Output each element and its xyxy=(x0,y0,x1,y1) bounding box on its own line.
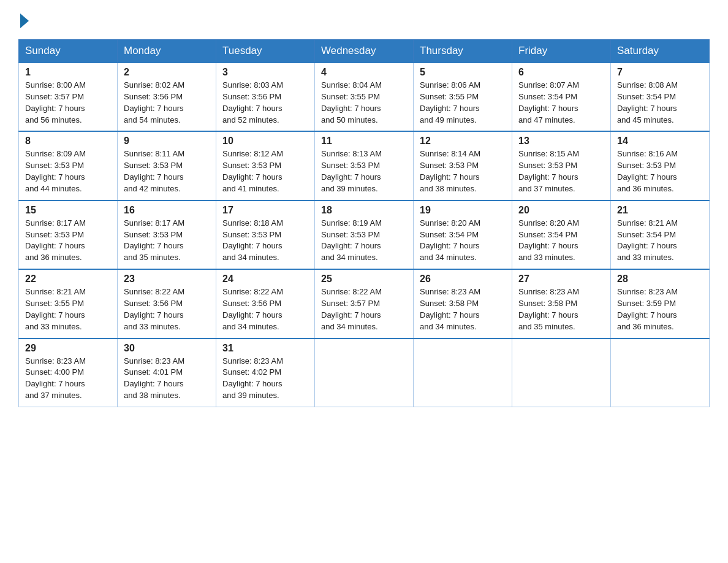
day-number: 6 xyxy=(518,67,604,78)
day-info: Sunrise: 8:22 AMSunset: 3:57 PMDaylight:… xyxy=(321,286,407,332)
day-info: Sunrise: 8:04 AMSunset: 3:55 PMDaylight:… xyxy=(321,80,407,126)
day-number: 20 xyxy=(518,205,604,216)
calendar-cell: 30 Sunrise: 8:23 AMSunset: 4:01 PMDaylig… xyxy=(118,339,216,407)
day-info: Sunrise: 8:23 AMSunset: 4:01 PMDaylight:… xyxy=(124,356,210,402)
calendar-cell: 14 Sunrise: 8:16 AMSunset: 3:53 PMDaylig… xyxy=(611,131,710,200)
day-info: Sunrise: 8:23 AMSunset: 3:59 PMDaylight:… xyxy=(617,286,703,332)
day-number: 31 xyxy=(222,343,308,354)
weekday-header-wednesday: Wednesday xyxy=(315,40,414,63)
day-info: Sunrise: 8:11 AMSunset: 3:53 PMDaylight:… xyxy=(124,148,210,194)
day-info: Sunrise: 8:21 AMSunset: 3:54 PMDaylight:… xyxy=(617,218,703,264)
day-number: 9 xyxy=(124,136,210,147)
calendar-week-row: 29 Sunrise: 8:23 AMSunset: 4:00 PMDaylig… xyxy=(19,339,710,407)
calendar-cell: 2 Sunrise: 8:02 AMSunset: 3:56 PMDayligh… xyxy=(118,63,216,131)
day-number: 22 xyxy=(25,274,111,285)
day-number: 26 xyxy=(420,274,506,285)
calendar-cell xyxy=(512,339,611,407)
calendar-cell: 29 Sunrise: 8:23 AMSunset: 4:00 PMDaylig… xyxy=(19,339,118,407)
logo xyxy=(18,12,29,28)
day-info: Sunrise: 8:02 AMSunset: 3:56 PMDaylight:… xyxy=(124,80,210,126)
calendar-cell: 4 Sunrise: 8:04 AMSunset: 3:55 PMDayligh… xyxy=(315,63,414,131)
weekday-header-thursday: Thursday xyxy=(414,40,512,63)
day-info: Sunrise: 8:23 AMSunset: 4:02 PMDaylight:… xyxy=(222,356,308,402)
day-info: Sunrise: 8:20 AMSunset: 3:54 PMDaylight:… xyxy=(420,218,506,264)
day-number: 23 xyxy=(124,274,210,285)
day-info: Sunrise: 8:08 AMSunset: 3:54 PMDaylight:… xyxy=(617,80,703,126)
weekday-header-tuesday: Tuesday xyxy=(216,40,315,63)
day-info: Sunrise: 8:00 AMSunset: 3:57 PMDaylight:… xyxy=(25,80,111,126)
calendar-cell: 19 Sunrise: 8:20 AMSunset: 3:54 PMDaylig… xyxy=(414,201,512,269)
day-info: Sunrise: 8:12 AMSunset: 3:53 PMDaylight:… xyxy=(222,148,308,194)
calendar-cell: 18 Sunrise: 8:19 AMSunset: 3:53 PMDaylig… xyxy=(315,201,414,269)
calendar-cell: 23 Sunrise: 8:22 AMSunset: 3:56 PMDaylig… xyxy=(118,269,216,338)
day-number: 29 xyxy=(25,343,111,354)
day-number: 17 xyxy=(222,205,308,216)
calendar-table: SundayMondayTuesdayWednesdayThursdayFrid… xyxy=(18,39,710,407)
day-info: Sunrise: 8:15 AMSunset: 3:53 PMDaylight:… xyxy=(518,148,604,194)
calendar-cell: 13 Sunrise: 8:15 AMSunset: 3:53 PMDaylig… xyxy=(512,131,611,200)
day-number: 27 xyxy=(518,274,604,285)
day-info: Sunrise: 8:17 AMSunset: 3:53 PMDaylight:… xyxy=(124,218,210,264)
calendar-cell: 11 Sunrise: 8:13 AMSunset: 3:53 PMDaylig… xyxy=(315,131,414,200)
page-header xyxy=(18,12,710,28)
weekday-header-sunday: Sunday xyxy=(19,40,118,63)
calendar-cell: 22 Sunrise: 8:21 AMSunset: 3:55 PMDaylig… xyxy=(19,269,118,338)
day-info: Sunrise: 8:20 AMSunset: 3:54 PMDaylight:… xyxy=(518,218,604,264)
day-info: Sunrise: 8:23 AMSunset: 3:58 PMDaylight:… xyxy=(420,286,506,332)
weekday-header-saturday: Saturday xyxy=(611,40,710,63)
day-number: 25 xyxy=(321,274,407,285)
calendar-cell: 7 Sunrise: 8:08 AMSunset: 3:54 PMDayligh… xyxy=(611,63,710,131)
day-info: Sunrise: 8:19 AMSunset: 3:53 PMDaylight:… xyxy=(321,218,407,264)
calendar-cell: 16 Sunrise: 8:17 AMSunset: 3:53 PMDaylig… xyxy=(118,201,216,269)
calendar-cell xyxy=(315,339,414,407)
day-info: Sunrise: 8:23 AMSunset: 3:58 PMDaylight:… xyxy=(518,286,604,332)
day-number: 30 xyxy=(124,343,210,354)
day-number: 8 xyxy=(25,136,111,147)
day-number: 4 xyxy=(321,67,407,78)
day-number: 28 xyxy=(617,274,703,285)
calendar-cell: 21 Sunrise: 8:21 AMSunset: 3:54 PMDaylig… xyxy=(611,201,710,269)
calendar-cell: 6 Sunrise: 8:07 AMSunset: 3:54 PMDayligh… xyxy=(512,63,611,131)
day-number: 11 xyxy=(321,136,407,147)
logo-arrow-icon xyxy=(20,13,29,28)
calendar-week-row: 22 Sunrise: 8:21 AMSunset: 3:55 PMDaylig… xyxy=(19,269,710,338)
calendar-cell: 20 Sunrise: 8:20 AMSunset: 3:54 PMDaylig… xyxy=(512,201,611,269)
calendar-cell xyxy=(611,339,710,407)
calendar-cell: 8 Sunrise: 8:09 AMSunset: 3:53 PMDayligh… xyxy=(19,131,118,200)
day-info: Sunrise: 8:03 AMSunset: 3:56 PMDaylight:… xyxy=(222,80,308,126)
calendar-week-row: 15 Sunrise: 8:17 AMSunset: 3:53 PMDaylig… xyxy=(19,201,710,269)
day-number: 3 xyxy=(222,67,308,78)
calendar-cell: 17 Sunrise: 8:18 AMSunset: 3:53 PMDaylig… xyxy=(216,201,315,269)
day-info: Sunrise: 8:22 AMSunset: 3:56 PMDaylight:… xyxy=(124,286,210,332)
calendar-cell: 31 Sunrise: 8:23 AMSunset: 4:02 PMDaylig… xyxy=(216,339,315,407)
day-number: 12 xyxy=(420,136,506,147)
day-number: 5 xyxy=(420,67,506,78)
day-number: 7 xyxy=(617,67,703,78)
day-info: Sunrise: 8:21 AMSunset: 3:55 PMDaylight:… xyxy=(25,286,111,332)
day-info: Sunrise: 8:07 AMSunset: 3:54 PMDaylight:… xyxy=(518,80,604,126)
day-number: 10 xyxy=(222,136,308,147)
weekday-header-monday: Monday xyxy=(118,40,216,63)
calendar-cell: 12 Sunrise: 8:14 AMSunset: 3:53 PMDaylig… xyxy=(414,131,512,200)
day-info: Sunrise: 8:13 AMSunset: 3:53 PMDaylight:… xyxy=(321,148,407,194)
calendar-cell: 1 Sunrise: 8:00 AMSunset: 3:57 PMDayligh… xyxy=(19,63,118,131)
calendar-cell: 15 Sunrise: 8:17 AMSunset: 3:53 PMDaylig… xyxy=(19,201,118,269)
day-number: 18 xyxy=(321,205,407,216)
day-number: 14 xyxy=(617,136,703,147)
calendar-cell: 24 Sunrise: 8:22 AMSunset: 3:56 PMDaylig… xyxy=(216,269,315,338)
calendar-header-row: SundayMondayTuesdayWednesdayThursdayFrid… xyxy=(19,40,710,63)
day-info: Sunrise: 8:17 AMSunset: 3:53 PMDaylight:… xyxy=(25,218,111,264)
calendar-cell xyxy=(414,339,512,407)
day-number: 15 xyxy=(25,205,111,216)
day-info: Sunrise: 8:09 AMSunset: 3:53 PMDaylight:… xyxy=(25,148,111,194)
day-number: 2 xyxy=(124,67,210,78)
day-info: Sunrise: 8:18 AMSunset: 3:53 PMDaylight:… xyxy=(222,218,308,264)
calendar-cell: 26 Sunrise: 8:23 AMSunset: 3:58 PMDaylig… xyxy=(414,269,512,338)
calendar-cell: 25 Sunrise: 8:22 AMSunset: 3:57 PMDaylig… xyxy=(315,269,414,338)
day-number: 21 xyxy=(617,205,703,216)
day-number: 24 xyxy=(222,274,308,285)
calendar-cell: 10 Sunrise: 8:12 AMSunset: 3:53 PMDaylig… xyxy=(216,131,315,200)
day-info: Sunrise: 8:14 AMSunset: 3:53 PMDaylight:… xyxy=(420,148,506,194)
calendar-cell: 27 Sunrise: 8:23 AMSunset: 3:58 PMDaylig… xyxy=(512,269,611,338)
day-info: Sunrise: 8:16 AMSunset: 3:53 PMDaylight:… xyxy=(617,148,703,194)
